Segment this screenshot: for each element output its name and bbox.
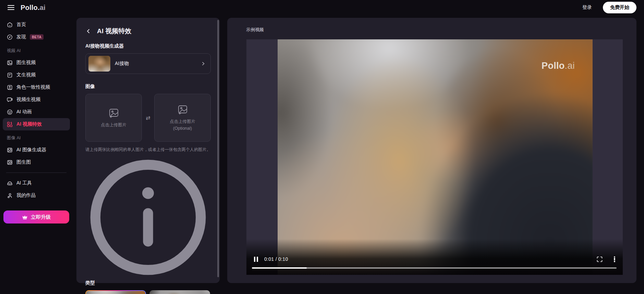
sidebar-section-video-ai: 视频 AI <box>3 43 70 56</box>
upload-text: 点击上传图片(Optional) <box>170 118 195 132</box>
logo-main: Pollo. <box>21 4 40 11</box>
home-icon <box>7 22 13 28</box>
video-controls: 0:01 / 0:10 <box>246 239 623 275</box>
sidebar-item-video-effects[interactable]: AI 视频特效 <box>3 118 70 130</box>
panel-title: AI 视频特效 <box>97 27 131 36</box>
type-section-label: 类型 <box>85 280 211 286</box>
sidebar-item-ai-animation[interactable]: AI 动画 <box>3 106 70 118</box>
free-start-button[interactable]: 免费开始 <box>603 2 636 13</box>
sidebar-item-image-generator[interactable]: AI 图像生成器 <box>3 144 70 156</box>
image-generator-icon <box>7 147 13 153</box>
text-to-video-icon <box>7 72 13 78</box>
sidebar-item-label: 我的作品 <box>16 192 36 199</box>
watermark: Pollo.ai <box>542 61 575 71</box>
generator-select[interactable]: AI接吻 <box>85 53 211 74</box>
image-to-video-icon <box>7 60 13 66</box>
sidebar-item-label: AI 图像生成器 <box>16 147 46 153</box>
sidebar-item-label: 文生视频 <box>16 72 36 78</box>
sidebar-item-label: 视频生视频 <box>16 97 40 103</box>
type-card-normal[interactable]: 一般 <box>85 290 146 294</box>
sidebar-item-label: AI 视频特效 <box>16 121 42 127</box>
my-works-icon <box>7 193 13 199</box>
sidebar-item-label: 图生视频 <box>16 60 36 66</box>
time-display: 0:01 / 0:10 <box>264 256 288 262</box>
ai-animation-icon <box>7 109 13 115</box>
sidebar-item-video-to-video[interactable]: 视频生视频 <box>3 93 70 106</box>
preview-panel: 示例视频 Pollo.ai 0:01 / 0:10 <box>227 18 636 283</box>
logo-suffix: ai <box>40 4 46 11</box>
upgrade-label: 立即升级 <box>31 214 51 220</box>
sidebar-item-label: AI 工具 <box>16 180 32 186</box>
progress-fill <box>252 267 307 269</box>
sidebar-item-character-video[interactable]: 角色一致性视频 <box>3 81 70 93</box>
panel-scrollbar[interactable] <box>217 20 219 277</box>
preview-title: 示例视频 <box>246 27 264 33</box>
back-icon[interactable] <box>85 28 92 34</box>
app-logo[interactable]: Pollo.ai <box>21 4 46 12</box>
chevron-right-icon <box>201 61 206 66</box>
type-thumbnail <box>149 290 210 294</box>
progress-bar[interactable] <box>252 267 617 269</box>
beta-badge: BETA <box>30 34 44 40</box>
sidebar-item-my-works[interactable]: 我的作品 <box>3 189 70 202</box>
sidebar-item-discover[interactable]: 发现 BETA <box>3 31 70 43</box>
upload-box-right[interactable]: 点击上传图片(Optional) <box>154 94 211 142</box>
sidebar-divider <box>6 172 66 173</box>
generator-label: AI接吻视频生成器 <box>85 43 211 49</box>
character-video-icon <box>7 85 13 90</box>
more-options-icon[interactable] <box>614 256 615 262</box>
upload-image-icon <box>177 104 189 115</box>
sidebar-item-image-to-image[interactable]: 图生图 <box>3 156 70 168</box>
sidebar-item-home[interactable]: 首页 <box>3 18 70 31</box>
sidebar-item-label: AI 动画 <box>16 109 32 115</box>
generator-thumbnail <box>88 56 110 72</box>
sidebar-item-text-to-video[interactable]: 文生视频 <box>3 69 70 81</box>
pause-button[interactable] <box>254 257 258 262</box>
generator-value: AI接吻 <box>115 61 196 67</box>
topbar: Pollo.ai 登录 免费开始 <box>0 0 644 15</box>
sidebar-item-label: 发现 <box>16 34 26 40</box>
ai-tools-icon <box>7 180 13 186</box>
type-card-french-kiss[interactable]: 法式热吻 <box>149 290 210 294</box>
type-thumbnail <box>86 291 145 294</box>
sidebar: 首页 发现 BETA 视频 AI 图生视频 文生视频 角色一致性视频 视频生视频… <box>0 15 73 294</box>
image-section-label: 图像 <box>85 84 211 90</box>
sidebar-item-label: 首页 <box>16 22 26 28</box>
sidebar-section-image-ai: 图像 AI <box>3 130 70 144</box>
login-link[interactable]: 登录 <box>582 4 592 11</box>
crown-icon <box>22 214 28 220</box>
swap-icon[interactable]: ⇄ <box>146 115 150 121</box>
image-to-image-icon <box>7 159 13 165</box>
compass-icon <box>7 34 13 40</box>
video-player[interactable]: Pollo.ai 0:01 / 0:10 <box>246 39 623 275</box>
sidebar-item-image-to-video[interactable]: 图生视频 <box>3 56 70 69</box>
settings-panel: AI 视频特效 AI接吻视频生成器 AI接吻 图像 点击上传图片 ⇄ 点击上传图… <box>76 18 220 283</box>
sidebar-item-label: 图生图 <box>16 159 31 165</box>
video-to-video-icon <box>7 97 13 103</box>
menu-icon[interactable] <box>8 5 14 10</box>
sidebar-item-label: 角色一致性视频 <box>16 84 50 90</box>
upload-image-icon <box>108 107 120 119</box>
fullscreen-icon[interactable] <box>597 256 603 262</box>
upload-text: 点击上传图片 <box>101 122 126 128</box>
upload-box-left[interactable]: 点击上传图片 <box>85 94 142 142</box>
upload-hint: 请上传两张比例相同的单人图片，或者上传一张包含两个人的图片。 <box>85 146 211 153</box>
video-effects-icon <box>7 122 13 127</box>
sidebar-item-ai-tools[interactable]: AI 工具 <box>3 177 70 189</box>
info-icon[interactable] <box>85 155 211 280</box>
upgrade-button[interactable]: 立即升级 <box>3 210 69 223</box>
